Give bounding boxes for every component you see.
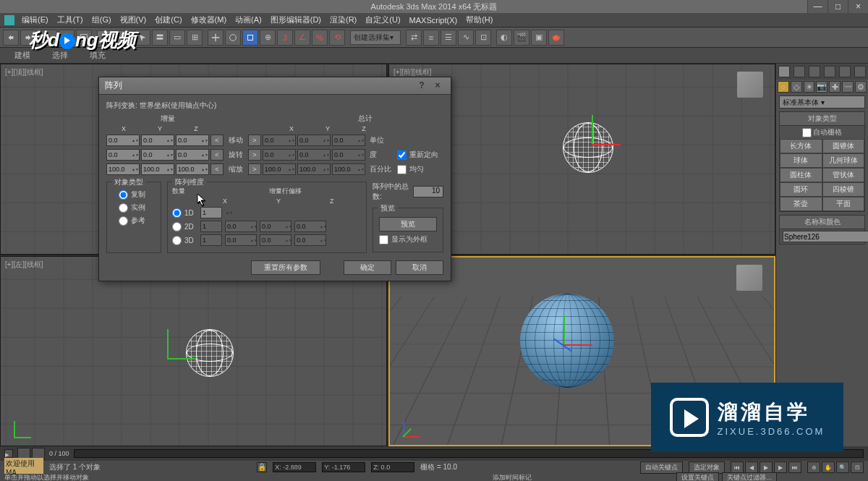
scale-left-button[interactable]: <: [210, 163, 224, 175]
render-frame-icon[interactable]: ▣: [531, 30, 547, 46]
2d-y-spinner[interactable]: ▲▼: [260, 221, 292, 232]
cameras-icon[interactable]: 📷: [816, 81, 827, 93]
move-gizmo[interactable]: [145, 336, 189, 380]
percent-snap-icon[interactable]: %: [312, 30, 328, 46]
geosphere-button[interactable]: 几何球体: [822, 153, 865, 168]
reorient-checkbox[interactable]: [397, 150, 407, 160]
cone-button[interactable]: 圆锥体: [822, 139, 865, 153]
rotate-tot-y-spinner[interactable]: ▲▼: [297, 149, 331, 161]
render-setup-icon[interactable]: 🎬: [514, 30, 529, 46]
reference-radio[interactable]: [119, 216, 128, 226]
scale-right-button[interactable]: >: [248, 163, 261, 175]
move-left-button[interactable]: <: [210, 135, 224, 146]
utilities-tab-icon[interactable]: [854, 66, 866, 77]
viewcube-icon[interactable]: [737, 72, 763, 98]
menu-views[interactable]: 视图(V): [116, 14, 151, 25]
scale-tot-x-spinner[interactable]: ▲▼: [263, 163, 296, 175]
lights-icon[interactable]: ☀: [804, 81, 815, 93]
nav-icon[interactable]: ✋: [822, 461, 835, 473]
nav-icon[interactable]: ⊕: [807, 461, 820, 473]
move-inc-x-spinner[interactable]: ▲▼: [106, 135, 140, 146]
app-icon[interactable]: [4, 15, 14, 25]
mirror-icon[interactable]: ⇄: [406, 30, 422, 46]
select-name-icon[interactable]: [152, 30, 168, 46]
material-editor-icon[interactable]: ◐: [496, 30, 512, 46]
systems-icon[interactable]: ⚙: [855, 81, 867, 93]
rotate-left-button[interactable]: <: [210, 149, 224, 161]
motion-tab-icon[interactable]: [824, 66, 835, 77]
preview-button[interactable]: 预览: [379, 217, 437, 231]
align-icon[interactable]: ≡: [423, 30, 439, 46]
scale-inc-z-spinner[interactable]: ▲▼: [176, 163, 209, 175]
move-gizmo[interactable]: [542, 323, 585, 366]
spinner-snap-icon[interactable]: ⟲: [329, 30, 345, 46]
named-selection-dropdown[interactable]: 创建选择集 ▾: [350, 30, 401, 45]
tube-button[interactable]: 管状体: [822, 168, 865, 182]
copy-radio[interactable]: [119, 190, 128, 200]
add-time-tag[interactable]: 添加时间标记: [493, 473, 532, 482]
rotate-icon[interactable]: [225, 30, 241, 46]
move-tot-x-spinner[interactable]: ▲▼: [263, 135, 296, 146]
helpers-icon[interactable]: ✚: [829, 81, 841, 93]
menu-edit[interactable]: 编辑(E): [17, 14, 53, 25]
move-tot-y-spinner[interactable]: ▲▼: [297, 135, 331, 146]
menu-animation[interactable]: 动画(A): [231, 14, 266, 25]
ribbon-modeling[interactable]: 建模: [14, 50, 30, 61]
display-brackets-checkbox[interactable]: [379, 235, 388, 244]
object-type-rollout[interactable]: 对象类型: [780, 112, 864, 126]
dialog-help-button[interactable]: ?: [414, 80, 429, 92]
select-region-icon[interactable]: ▭: [169, 30, 185, 46]
menu-render[interactable]: 渲染(R): [326, 14, 361, 25]
rotate-right-button[interactable]: >: [248, 149, 261, 161]
2d-z-spinner[interactable]: ▲▼: [294, 221, 326, 232]
create-tab-icon[interactable]: [778, 66, 790, 77]
1d-radio[interactable]: [172, 208, 182, 218]
torus-button[interactable]: 圆环: [780, 182, 822, 197]
geometry-icon[interactable]: ○: [778, 81, 789, 93]
sphere-wireframe[interactable]: [186, 329, 234, 377]
2d-radio[interactable]: [172, 222, 182, 231]
nav-icon[interactable]: 🔍: [836, 461, 849, 473]
menu-modifiers[interactable]: 修改器(M): [187, 14, 231, 25]
minimize-button[interactable]: —: [807, 0, 827, 13]
setkey-button[interactable]: 设置关键点: [676, 472, 719, 482]
scale-tot-z-spinner[interactable]: ▲▼: [332, 163, 365, 175]
category-dropdown[interactable]: 标准基本体 ▾: [779, 95, 865, 108]
2d-x-spinner[interactable]: ▲▼: [225, 221, 257, 232]
dialog-close-button[interactable]: ×: [430, 80, 445, 92]
3d-y-spinner[interactable]: ▲▼: [260, 234, 292, 246]
pyramid-button[interactable]: 四棱锥: [822, 182, 865, 197]
curve-editor-icon[interactable]: ∿: [458, 30, 474, 46]
instance-radio[interactable]: [119, 203, 128, 213]
plane-button[interactable]: 平面: [822, 197, 865, 211]
move-right-button[interactable]: >: [248, 135, 261, 146]
scale-tot-y-spinner[interactable]: ▲▼: [297, 163, 331, 175]
rotate-inc-x-spinner[interactable]: ▲▼: [106, 149, 140, 161]
close-button[interactable]: ×: [848, 0, 868, 13]
menu-group[interactable]: 组(G): [88, 14, 116, 25]
select-icon[interactable]: [135, 30, 150, 46]
name-color-rollout[interactable]: 名称和颜色: [780, 216, 864, 229]
display-tab-icon[interactable]: [839, 66, 851, 77]
3d-radio[interactable]: [172, 236, 182, 245]
cancel-button[interactable]: 取消: [396, 260, 443, 275]
move-tot-z-spinner[interactable]: ▲▼: [332, 135, 365, 146]
angle-snap-icon[interactable]: ∠: [294, 30, 310, 46]
move-gizmo[interactable]: [570, 122, 613, 166]
rotate-inc-y-spinner[interactable]: ▲▼: [141, 149, 174, 161]
menu-help[interactable]: 帮助(H): [461, 14, 497, 25]
2d-count-spinner[interactable]: ▲▼: [200, 221, 222, 232]
scale-inc-x-spinner[interactable]: ▲▼: [106, 163, 140, 175]
lock-icon[interactable]: 🔒: [257, 462, 267, 472]
render-icon[interactable]: 🫖: [548, 30, 564, 46]
viewcube-icon[interactable]: [736, 265, 762, 291]
object-name-input[interactable]: [783, 231, 868, 242]
goto-end-icon[interactable]: ⏭: [788, 461, 801, 473]
y-coord-input[interactable]: [322, 462, 365, 472]
layers-icon[interactable]: ☰: [441, 30, 456, 46]
reset-all-button[interactable]: 重置所有参数: [251, 260, 320, 275]
timeline-play-icon[interactable]: ▸: [4, 449, 13, 458]
teapot-button[interactable]: 茶壶: [780, 197, 822, 211]
autogrid-checkbox[interactable]: [802, 128, 812, 137]
undo-icon[interactable]: [3, 30, 19, 46]
